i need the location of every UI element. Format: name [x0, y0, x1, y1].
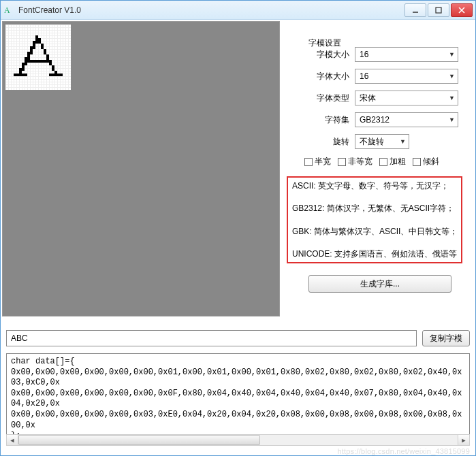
- titlebar[interactable]: A FontCreator V1.0: [1, 1, 475, 20]
- scroll-track[interactable]: [18, 435, 458, 445]
- scroll-left-icon[interactable]: ◄: [7, 435, 18, 445]
- combo-font-face[interactable]: 宋体 ▼: [355, 91, 458, 105]
- generate-font-button[interactable]: 生成字库...: [308, 275, 451, 293]
- check-half-width[interactable]: 半宽: [304, 156, 331, 167]
- copy-pattern-label: 复制字模: [430, 333, 462, 344]
- settings-legend: 字模设置: [306, 37, 344, 49]
- sample-text-input[interactable]: [6, 330, 417, 346]
- check-bold-label: 加粗: [390, 156, 406, 167]
- label-charset: 字符集: [302, 114, 355, 126]
- info-gbk: GBK: 简体与繁体汉字、ASCII、中日韩文等；: [292, 227, 457, 235]
- svg-rect-2: [436, 7, 441, 13]
- horizontal-scrollbar[interactable]: ◄ ►: [6, 434, 470, 446]
- app-window: A FontCreator V1.0: [0, 0, 476, 456]
- combo-charset-value: GB2312: [360, 115, 390, 125]
- combo-rotation[interactable]: 不旋转 ▼: [355, 134, 409, 149]
- caret-down-icon: ▼: [449, 51, 455, 58]
- caret-down-icon: ▼: [449, 73, 455, 80]
- maximize-button[interactable]: [428, 3, 449, 17]
- combo-charset[interactable]: GB2312 ▼: [355, 112, 458, 127]
- window-title: FontCreator V1.0: [18, 5, 404, 15]
- caret-down-icon: ▼: [449, 116, 455, 123]
- label-rotation: 旋转: [302, 136, 355, 148]
- checkbox-icon: [413, 158, 421, 166]
- combo-rotation-value: 不旋转: [360, 136, 384, 148]
- caret-down-icon: ▼: [449, 95, 455, 101]
- scroll-thumb[interactable]: [18, 435, 260, 445]
- copy-pattern-button[interactable]: 复制字模: [422, 330, 470, 346]
- check-non-mono-label: 非等宽: [348, 156, 372, 167]
- charset-info-box: ASCII: 英文字母、数字、符号等，无汉字； GB2312: 简体汉字，无繁体…: [287, 176, 462, 263]
- combo-pattern-size-value: 16: [360, 50, 368, 59]
- check-half-width-label: 半宽: [315, 156, 331, 167]
- check-non-mono[interactable]: 非等宽: [338, 156, 372, 167]
- scroll-right-icon[interactable]: ►: [458, 435, 469, 445]
- combo-pattern-size[interactable]: 16 ▼: [355, 47, 458, 62]
- combo-font-face-value: 宋体: [360, 93, 376, 104]
- generate-font-label: 生成字库...: [360, 278, 400, 290]
- info-unicode: UNICODE: 支持多国语言、例如法语、俄语等。: [292, 250, 457, 258]
- output-data-textarea[interactable]: char data[]={ 0x00,0x00,0x00,0x00,0x00,0…: [6, 353, 470, 435]
- checkbox-icon: [338, 158, 346, 166]
- minimize-button[interactable]: [404, 3, 426, 17]
- font-settings-group: 字模设置 字模大小 16 ▼ 字体大小 16 ▼ 字体类型 宋体 ▼: [302, 44, 458, 168]
- label-font-face: 字体类型: [302, 93, 355, 104]
- check-italic[interactable]: 倾斜: [413, 156, 439, 167]
- svg-text:A: A: [4, 5, 10, 15]
- combo-font-size[interactable]: 16 ▼: [355, 69, 458, 84]
- app-icon: A: [3, 5, 14, 16]
- label-font-size: 字体大小: [302, 71, 355, 82]
- checkbox-icon: [304, 158, 313, 166]
- combo-font-size-value: 16: [360, 71, 368, 81]
- glyph-preview-area: [2, 21, 280, 316]
- caret-down-icon: ▼: [400, 138, 406, 145]
- close-button[interactable]: [451, 3, 473, 17]
- check-italic-label: 倾斜: [423, 156, 439, 167]
- label-pattern-size: 字模大小: [302, 49, 355, 61]
- watermark-text: https://blog.csdn.net/weixin_43815099: [337, 447, 470, 455]
- checkbox-icon: [379, 158, 387, 166]
- glyph-grid: [5, 25, 71, 90]
- glyph-A-icon: [5, 25, 71, 90]
- check-bold[interactable]: 加粗: [379, 156, 406, 167]
- info-gb2312: GB2312: 简体汉字，无繁体、无ASCII字符；: [292, 204, 457, 212]
- info-ascii: ASCII: 英文字母、数字、符号等，无汉字；: [292, 182, 457, 190]
